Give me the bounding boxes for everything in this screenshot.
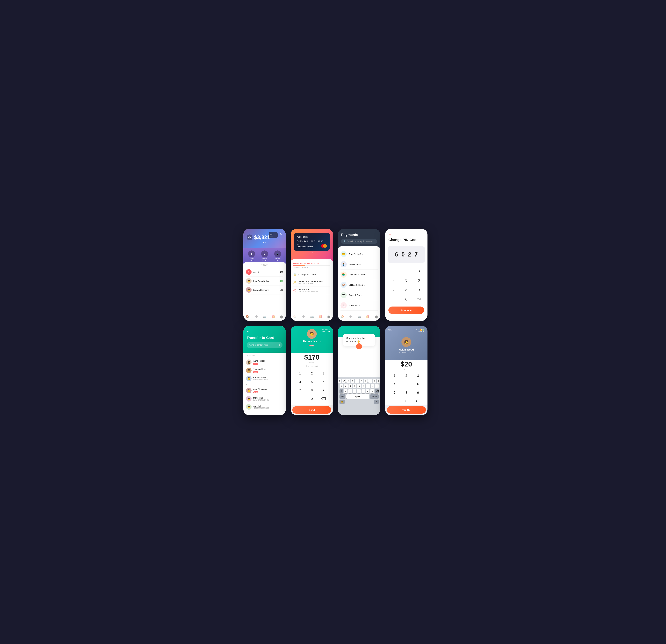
- key8-0[interactable]: 0: [401, 398, 411, 405]
- nav-gift[interactable]: 🎁: [271, 315, 275, 318]
- key6-0[interactable]: 0: [306, 395, 317, 402]
- set-pin-item[interactable]: 🔑 Set Up PIN Code Request Don't ask up t…: [293, 278, 330, 286]
- payment-utilities[interactable]: 🏠 Utilities & Internet: [340, 280, 378, 290]
- key6-back[interactable]: ⌫: [318, 395, 329, 402]
- key-q[interactable]: q: [338, 379, 341, 383]
- key6-7[interactable]: 7: [295, 387, 305, 394]
- key-f[interactable]: f: [353, 384, 356, 388]
- comment-text[interactable]: |Say something boldto Thomas 👋: [346, 336, 372, 343]
- contact-anna[interactable]: 👩 Anna Nelson mono: [246, 358, 283, 366]
- key-2[interactable]: 2: [401, 267, 412, 275]
- contact-sarah[interactable]: 👩 Sarah Stewart 5375 4141 0001 6400: [246, 375, 283, 383]
- key-m[interactable]: m: [370, 389, 374, 394]
- payment-transfer[interactable]: 💳 Transfer to Card: [340, 249, 378, 259]
- key-123[interactable]: 123: [339, 394, 345, 399]
- change-pin-item[interactable]: 🔒 Change PIN Code: [293, 271, 330, 278]
- nav-camera-3[interactable]: 📷: [357, 315, 361, 318]
- key-t[interactable]: t: [355, 379, 359, 383]
- continue-button[interactable]: Continue: [388, 307, 424, 314]
- back-btn-8[interactable]: ←: [388, 332, 424, 336]
- key-o[interactable]: o: [373, 379, 376, 383]
- nav-profile[interactable]: ⬤: [280, 315, 283, 318]
- key8-7[interactable]: 7: [389, 389, 400, 396]
- nav-plus-2[interactable]: ➕: [302, 315, 305, 318]
- key-h[interactable]: h: [362, 384, 366, 388]
- key6-8[interactable]: 8: [306, 387, 317, 394]
- nav-home-3[interactable]: 🏠: [340, 315, 344, 318]
- key8-8[interactable]: 8: [401, 389, 411, 396]
- key-v[interactable]: v: [357, 389, 361, 394]
- contact-alan[interactable]: 👨 Alan Simmons mono: [246, 386, 283, 395]
- key8-5[interactable]: 5: [401, 381, 411, 388]
- key-3[interactable]: 3: [413, 267, 424, 275]
- nav-profile-3[interactable]: ⬤: [374, 315, 378, 318]
- nav-plus-3[interactable]: ➕: [349, 315, 353, 318]
- nav-camera[interactable]: 📷: [263, 315, 266, 318]
- my-card-topup-btn[interactable]: ⬇ My CardTop Up: [248, 250, 255, 261]
- key-5[interactable]: 5: [401, 277, 412, 284]
- key8-9[interactable]: 9: [413, 389, 423, 396]
- key-7[interactable]: 7: [388, 286, 399, 294]
- key6-dot[interactable]: .: [295, 395, 305, 402]
- key-space[interactable]: space: [346, 394, 369, 399]
- payment-mobile[interactable]: 📱 Mobile Top Up: [340, 259, 378, 269]
- back-button[interactable]: ←: [247, 330, 282, 333]
- key-mic[interactable]: 🎙: [374, 400, 379, 404]
- key-p[interactable]: p: [377, 379, 381, 383]
- send-button[interactable]: Send: [292, 406, 331, 414]
- back-btn-6[interactable]: ←: [294, 329, 297, 333]
- mobile-topup-btn[interactable]: 📱 MobileTop Up: [274, 250, 281, 261]
- key-shift[interactable]: ⇧: [339, 389, 343, 394]
- key-n[interactable]: n: [366, 389, 369, 394]
- key8-back[interactable]: ⌫: [413, 398, 423, 405]
- key8-dot[interactable]: .: [389, 398, 400, 405]
- contact-ann[interactable]: 👩 Ann Griffin 4149 5567 3328 0287: [246, 403, 283, 411]
- key-k[interactable]: k: [371, 384, 374, 388]
- key-1[interactable]: 1: [388, 267, 399, 275]
- key-r[interactable]: r: [351, 379, 354, 383]
- card-input[interactable]: Name or card number ⊞: [247, 342, 282, 348]
- key-c[interactable]: c: [353, 389, 356, 394]
- key-9[interactable]: 9: [413, 286, 424, 294]
- contact-thomas-fav[interactable]: 👨 Thomas Harris mono: [246, 366, 283, 375]
- key-return[interactable]: Return: [370, 394, 379, 399]
- key-j[interactable]: j: [366, 384, 370, 388]
- key-del[interactable]: ⌫: [375, 389, 379, 394]
- key-y[interactable]: y: [360, 379, 363, 383]
- key-a[interactable]: a: [339, 384, 343, 388]
- payment-ukraine[interactable]: 🏪 Payment in Ukraine: [340, 269, 378, 280]
- key6-4[interactable]: 4: [295, 378, 305, 385]
- key6-3[interactable]: 3: [318, 370, 329, 377]
- nav-gift-3[interactable]: 🎁: [366, 315, 369, 318]
- key-e[interactable]: e: [346, 379, 350, 383]
- key8-1[interactable]: 1: [389, 372, 400, 379]
- nav-plus[interactable]: ➕: [255, 315, 258, 318]
- key-d[interactable]: d: [349, 384, 352, 388]
- nav-gift-2[interactable]: 🎁: [319, 315, 322, 318]
- key-w[interactable]: w: [342, 379, 346, 383]
- back-arrow[interactable]: ←: [388, 233, 424, 236]
- nav-home[interactable]: 🏠: [246, 315, 249, 318]
- key8-2[interactable]: 2: [401, 372, 411, 379]
- key-8[interactable]: 8: [401, 286, 412, 294]
- key-6[interactable]: 6: [413, 277, 424, 284]
- key-s[interactable]: s: [344, 384, 348, 388]
- key6-6[interactable]: 6: [318, 378, 329, 385]
- topup-button[interactable]: Top Up: [387, 406, 426, 414]
- key-u[interactable]: u: [364, 379, 368, 383]
- key-emoji[interactable]: 😊: [339, 400, 345, 404]
- payment-taxes[interactable]: 🏛 Taxes & Fees: [340, 290, 378, 300]
- key6-2[interactable]: 2: [306, 370, 317, 377]
- key-z[interactable]: z: [344, 389, 348, 394]
- key-g[interactable]: g: [357, 384, 361, 388]
- key-l[interactable]: l: [375, 384, 379, 388]
- key-4[interactable]: 4: [388, 277, 399, 284]
- down-button[interactable]: ▼: [356, 343, 362, 349]
- key-0[interactable]: 0: [401, 295, 412, 303]
- nav-home-2[interactable]: 🏠: [293, 315, 297, 318]
- key-backspace[interactable]: ⌫: [413, 295, 424, 303]
- payment-traffic[interactable]: ⚠ Traffic Tickets: [340, 300, 378, 311]
- key6-9[interactable]: 9: [318, 387, 329, 394]
- key8-6[interactable]: 6: [413, 381, 423, 388]
- key-i[interactable]: i: [368, 379, 372, 383]
